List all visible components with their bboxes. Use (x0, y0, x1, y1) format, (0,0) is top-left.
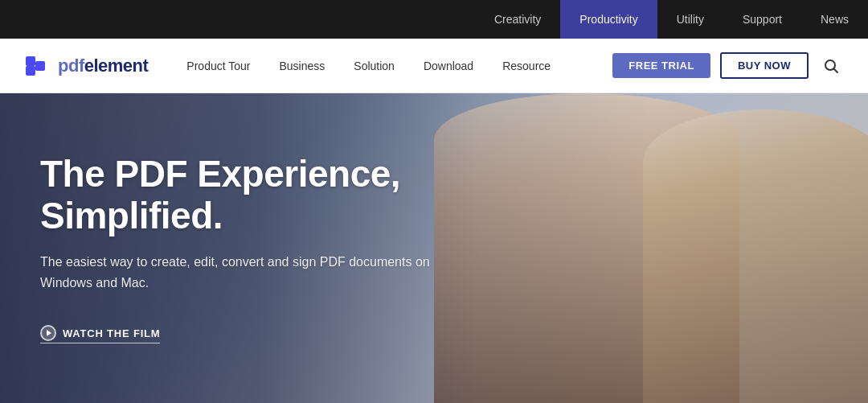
svg-line-4 (834, 68, 838, 72)
nav-download[interactable]: Download (409, 39, 488, 93)
logo[interactable]: pdfelement (24, 55, 148, 77)
free-trial-button[interactable]: FREE TRIAL (612, 53, 710, 78)
play-icon (40, 325, 56, 341)
top-nav-news[interactable]: News (801, 0, 868, 39)
top-nav-productivity[interactable]: Productivity (560, 0, 657, 39)
hero-title: The PDF Experience, Simplified. (40, 153, 450, 238)
svg-rect-0 (26, 56, 35, 66)
logo-text: pdfelement (58, 56, 148, 76)
search-button[interactable] (818, 53, 844, 79)
svg-rect-1 (26, 66, 35, 76)
logo-icon (24, 55, 53, 77)
top-nav-support[interactable]: Support (723, 0, 801, 39)
nav-product-tour[interactable]: Product Tour (172, 39, 264, 93)
hero-subtitle: The easiest way to create, edit, convert… (40, 252, 450, 293)
hero-cta-label: WATCH THE FILM (63, 327, 160, 339)
top-nav-creativity[interactable]: Creativity (475, 0, 560, 39)
nav-actions: FREE TRIAL BUY NOW (612, 52, 844, 79)
main-nav: pdfelement Product Tour Business Solutio… (0, 39, 868, 93)
hero-content: The PDF Experience, Simplified. The easi… (0, 153, 450, 344)
top-nav: Creativity Productivity Utility Support … (0, 0, 868, 39)
main-nav-links: Product Tour Business Solution Download … (172, 39, 612, 93)
nav-business[interactable]: Business (264, 39, 339, 93)
svg-rect-2 (35, 61, 45, 71)
nav-solution[interactable]: Solution (339, 39, 409, 93)
top-nav-utility[interactable]: Utility (657, 0, 723, 39)
watch-film-button[interactable]: WATCH THE FILM (40, 325, 160, 343)
search-icon (823, 58, 839, 74)
buy-now-button[interactable]: BUY NOW (720, 52, 809, 79)
hero-section: The PDF Experience, Simplified. The easi… (0, 93, 868, 403)
nav-resource[interactable]: Resource (488, 39, 565, 93)
